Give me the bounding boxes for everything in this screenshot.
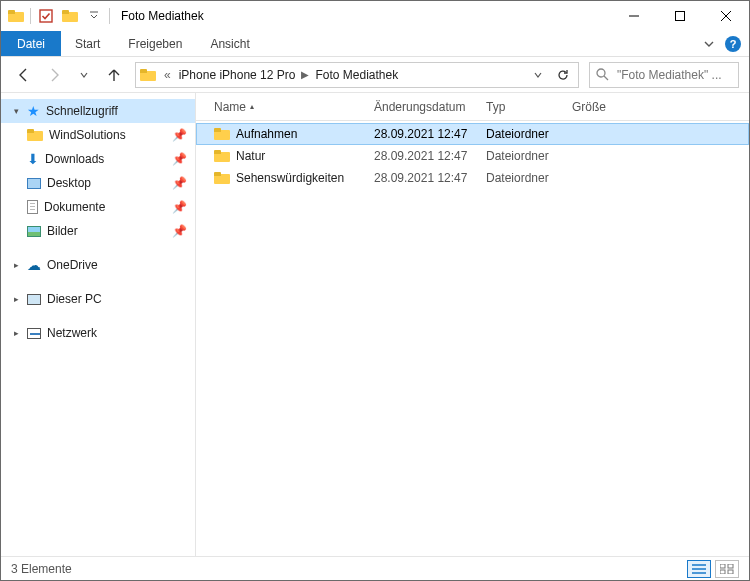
file-row[interactable]: Natur28.09.2021 12:47Dateiordner (196, 145, 749, 167)
pin-icon: 📌 (172, 152, 187, 166)
chevron-right-icon[interactable]: ▸ (11, 294, 21, 304)
star-icon: ★ (27, 103, 40, 119)
search-input[interactable] (615, 67, 732, 83)
svg-rect-3 (720, 564, 725, 568)
tab-start[interactable]: Start (61, 31, 114, 56)
breadcrumb-item[interactable]: iPhone iPhone 12 Pro (175, 68, 300, 82)
nav-recent-dropdown[interactable] (71, 62, 97, 88)
sort-ascending-icon: ▴ (250, 102, 254, 111)
qat-folder-button[interactable] (58, 5, 82, 27)
pin-icon: 📌 (172, 128, 187, 142)
ribbon-tabs: Datei Start Freigeben Ansicht ? (1, 31, 749, 57)
desktop-icon (27, 178, 41, 189)
title-bar: Foto Mediathek (1, 1, 749, 31)
sidebar-item-label: Schnellzugriff (46, 104, 118, 118)
svg-rect-0 (40, 10, 52, 22)
address-dropdown-button[interactable] (526, 70, 548, 80)
chevron-right-icon[interactable]: ▶ (299, 69, 311, 80)
help-button[interactable]: ? (725, 36, 741, 52)
sidebar-item-label: Bilder (47, 224, 78, 238)
sidebar-item-label: Dieser PC (47, 292, 102, 306)
nav-row: « iPhone iPhone 12 Pro ▶ Foto Mediathek (1, 57, 749, 93)
sidebar-quick-access[interactable]: ▾ ★ Schnellzugriff (1, 99, 195, 123)
qat-customize-button[interactable] (82, 5, 106, 27)
breadcrumb-item[interactable]: Foto Mediathek (311, 68, 402, 82)
pin-icon: 📌 (172, 200, 187, 214)
sidebar-item-downloads[interactable]: ⬇ Downloads 📌 (1, 147, 195, 171)
sidebar-item-thispc[interactable]: ▸ Dieser PC (1, 287, 195, 311)
file-name: Sehenswürdigkeiten (236, 171, 344, 185)
file-row[interactable]: Sehenswürdigkeiten28.09.2021 12:47Dateio… (196, 167, 749, 189)
sidebar-item-desktop[interactable]: Desktop 📌 (1, 171, 195, 195)
svg-rect-1 (676, 12, 685, 21)
column-header-label: Änderungsdatum (374, 100, 465, 114)
maximize-button[interactable] (657, 1, 703, 31)
svg-rect-5 (720, 570, 725, 574)
sidebar-item-bilder[interactable]: Bilder 📌 (1, 219, 195, 243)
folder-icon (214, 128, 230, 140)
chevron-right-icon[interactable]: ▸ (11, 328, 21, 338)
folder-icon (27, 129, 43, 141)
view-details-button[interactable] (687, 560, 711, 578)
column-header-type[interactable]: Typ (478, 100, 564, 114)
file-date: 28.09.2021 12:47 (366, 127, 478, 141)
tab-ansicht[interactable]: Ansicht (196, 31, 263, 56)
folder-icon (214, 172, 230, 184)
sidebar: ▾ ★ Schnellzugriff WindSolutions 📌 ⬇ Dow… (1, 93, 196, 556)
sidebar-item-network[interactable]: ▸ Netzwerk (1, 321, 195, 345)
file-date: 28.09.2021 12:47 (366, 149, 478, 163)
file-type: Dateiordner (478, 171, 564, 185)
app-folder-icon (5, 5, 27, 27)
column-header-name[interactable]: Name ▴ (196, 100, 366, 114)
search-box[interactable] (589, 62, 739, 88)
sidebar-item-label: WindSolutions (49, 128, 126, 142)
nav-back-button[interactable] (11, 62, 37, 88)
close-button[interactable] (703, 1, 749, 31)
file-date: 28.09.2021 12:47 (366, 171, 478, 185)
address-bar[interactable]: « iPhone iPhone 12 Pro ▶ Foto Mediathek (135, 62, 579, 88)
search-icon (596, 68, 609, 81)
sidebar-item-label: OneDrive (47, 258, 98, 272)
ribbon-collapse-button[interactable] (699, 34, 719, 54)
column-header-label: Name (214, 100, 246, 114)
column-header-date[interactable]: Änderungsdatum (366, 100, 478, 114)
tab-file[interactable]: Datei (1, 31, 61, 56)
refresh-button[interactable] (548, 68, 578, 82)
column-header-size[interactable]: Größe (564, 100, 634, 114)
sidebar-item-dokumente[interactable]: Dokumente 📌 (1, 195, 195, 219)
folder-icon (214, 150, 230, 162)
minimize-button[interactable] (611, 1, 657, 31)
file-row[interactable]: Aufnahmen28.09.2021 12:47Dateiordner (196, 123, 749, 145)
chevron-right-icon[interactable]: ▸ (11, 260, 21, 270)
pictures-icon (27, 226, 41, 237)
sidebar-item-label: Desktop (47, 176, 91, 190)
pin-icon: 📌 (172, 176, 187, 190)
column-header-label: Größe (572, 100, 606, 114)
download-icon: ⬇ (27, 151, 39, 167)
sidebar-item-label: Netzwerk (47, 326, 97, 340)
nav-up-button[interactable] (101, 62, 127, 88)
breadcrumb-overflow[interactable]: « (160, 68, 175, 82)
chevron-down-icon[interactable]: ▾ (11, 106, 21, 116)
pc-icon (27, 294, 41, 305)
tab-freigeben[interactable]: Freigeben (114, 31, 196, 56)
svg-rect-4 (728, 564, 733, 568)
column-header-label: Typ (486, 100, 505, 114)
sidebar-item-label: Dokumente (44, 200, 105, 214)
pin-icon: 📌 (172, 224, 187, 238)
column-headers: Name ▴ Änderungsdatum Typ Größe (196, 93, 749, 121)
file-name: Aufnahmen (236, 127, 297, 141)
sidebar-item-label: Downloads (45, 152, 104, 166)
window-title: Foto Mediathek (121, 9, 204, 23)
qat-properties-button[interactable] (34, 5, 58, 27)
file-type: Dateiordner (478, 127, 564, 141)
svg-point-2 (597, 69, 605, 77)
sidebar-item-onedrive[interactable]: ▸ ☁ OneDrive (1, 253, 195, 277)
sidebar-item-windsolutions[interactable]: WindSolutions 📌 (1, 123, 195, 147)
file-list: Name ▴ Änderungsdatum Typ Größe Aufnahme… (196, 93, 749, 556)
network-icon (27, 328, 41, 339)
view-large-icons-button[interactable] (715, 560, 739, 578)
onedrive-icon: ☁ (27, 257, 41, 273)
status-bar: 3 Elemente (1, 556, 749, 580)
nav-forward-button[interactable] (41, 62, 67, 88)
